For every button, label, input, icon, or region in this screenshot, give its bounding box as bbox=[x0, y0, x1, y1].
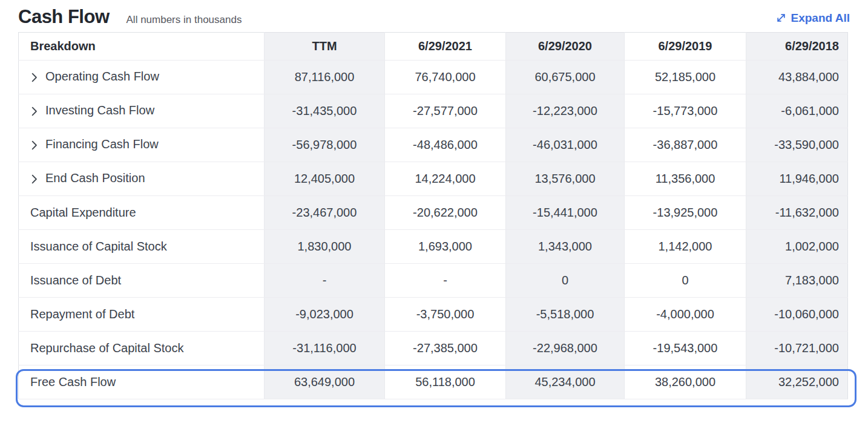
column-header-period: TTM bbox=[265, 33, 385, 61]
row-label-cell: Free Cash Flow bbox=[19, 365, 265, 399]
chevron-right-icon bbox=[30, 106, 38, 116]
table-row: Issuance of Debt--007,183,000 bbox=[19, 264, 848, 298]
row-label-cell: Repayment of Debt bbox=[19, 298, 265, 332]
table-row: Operating Cash Flow87,116,00076,740,0006… bbox=[19, 61, 848, 94]
value-cell: 0 bbox=[506, 264, 625, 298]
value-cell: -19,543,000 bbox=[625, 332, 746, 365]
value-cell: 11,356,000 bbox=[625, 162, 746, 196]
expand-diagonal-icon bbox=[776, 13, 786, 23]
value-cell: -20,622,000 bbox=[385, 196, 506, 230]
value-cell: 32,252,000 bbox=[746, 365, 848, 399]
value-cell: -10,721,000 bbox=[746, 332, 848, 365]
table-row: Capital Expenditure-23,467,000-20,622,00… bbox=[19, 196, 848, 230]
value-cell: -27,385,000 bbox=[385, 332, 506, 365]
value-cell: 7,183,000 bbox=[746, 264, 848, 298]
table-row: Issuance of Capital Stock1,830,0001,693,… bbox=[19, 230, 848, 264]
value-cell: -46,031,000 bbox=[506, 128, 625, 162]
table-row-highlighted: Free Cash Flow63,649,00056,118,00045,234… bbox=[19, 365, 848, 399]
value-cell: - bbox=[265, 264, 385, 298]
column-header-period: 6/29/2021 bbox=[385, 33, 506, 61]
value-cell: 14,224,000 bbox=[385, 162, 506, 196]
cash-flow-table: BreakdownTTM6/29/20216/29/20206/29/20196… bbox=[18, 32, 848, 399]
value-cell: -22,968,000 bbox=[506, 332, 625, 365]
value-cell: 1,830,000 bbox=[265, 230, 385, 264]
value-cell: -11,632,000 bbox=[746, 196, 848, 230]
value-cell: -31,116,000 bbox=[265, 332, 385, 365]
value-cell: 1,343,000 bbox=[506, 230, 625, 264]
value-cell: 0 bbox=[625, 264, 746, 298]
table-row: Repayment of Debt-9,023,000-3,750,000-5,… bbox=[19, 298, 848, 332]
column-header-period: 6/29/2018 bbox=[746, 33, 848, 61]
value-cell: 12,405,000 bbox=[265, 162, 385, 196]
table-row: Investing Cash Flow-31,435,000-27,577,00… bbox=[19, 94, 848, 128]
value-cell: -36,887,000 bbox=[625, 128, 746, 162]
column-header-breakdown: Breakdown bbox=[19, 33, 265, 61]
value-cell: -9,023,000 bbox=[265, 298, 385, 332]
chevron-right-icon bbox=[30, 174, 38, 184]
expand-all-label: Expand All bbox=[791, 11, 850, 25]
chevron-right-icon bbox=[30, 140, 38, 150]
expand-all-button[interactable]: Expand All bbox=[776, 11, 850, 25]
table-row: Repurchase of Capital Stock-31,116,000-2… bbox=[19, 332, 848, 365]
row-label: Issuance of Capital Stock bbox=[30, 240, 167, 254]
cash-flow-table-container: BreakdownTTM6/29/20216/29/20206/29/20196… bbox=[18, 32, 850, 399]
row-label: Repurchase of Capital Stock bbox=[30, 341, 183, 355]
value-cell: 60,675,000 bbox=[506, 61, 625, 94]
row-label-cell[interactable]: Operating Cash Flow bbox=[19, 61, 265, 94]
row-label: End Cash Position bbox=[45, 171, 145, 185]
row-label: Capital Expenditure bbox=[30, 206, 136, 220]
value-cell: -3,750,000 bbox=[385, 298, 506, 332]
cash-flow-page: Cash Flow All numbers in thousands Expan… bbox=[0, 0, 868, 426]
value-cell: -6,061,000 bbox=[746, 94, 848, 128]
page-title: Cash Flow bbox=[18, 6, 110, 28]
value-cell: 56,118,000 bbox=[385, 365, 506, 399]
column-header-period: 6/29/2020 bbox=[506, 33, 625, 61]
value-cell: -10,060,000 bbox=[746, 298, 848, 332]
value-cell: 45,234,000 bbox=[506, 365, 625, 399]
value-cell: -23,467,000 bbox=[265, 196, 385, 230]
units-note: All numbers in thousands bbox=[127, 14, 242, 26]
row-label-cell: Issuance of Debt bbox=[19, 264, 265, 298]
value-cell: 63,649,000 bbox=[265, 365, 385, 399]
column-header-period: 6/29/2019 bbox=[625, 33, 746, 61]
row-label-cell: Repurchase of Capital Stock bbox=[19, 332, 265, 365]
value-cell: 11,946,000 bbox=[746, 162, 848, 196]
value-cell: -13,925,000 bbox=[625, 196, 746, 230]
value-cell: -48,486,000 bbox=[385, 128, 506, 162]
page-header: Cash Flow All numbers in thousands Expan… bbox=[0, 0, 868, 32]
row-label: Financing Cash Flow bbox=[45, 137, 159, 151]
value-cell: -15,773,000 bbox=[625, 94, 746, 128]
table-row: Financing Cash Flow-56,978,000-48,486,00… bbox=[19, 128, 848, 162]
value-cell: 1,142,000 bbox=[625, 230, 746, 264]
row-label: Free Cash Flow bbox=[30, 375, 116, 389]
value-cell: 1,693,000 bbox=[385, 230, 506, 264]
value-cell: -56,978,000 bbox=[265, 128, 385, 162]
row-label-cell[interactable]: End Cash Position bbox=[19, 162, 265, 196]
row-label-cell: Capital Expenditure bbox=[19, 196, 265, 230]
value-cell: 13,576,000 bbox=[506, 162, 625, 196]
row-label: Issuance of Debt bbox=[30, 274, 121, 287]
row-label: Operating Cash Flow bbox=[45, 70, 159, 84]
value-cell: 76,740,000 bbox=[385, 61, 506, 94]
row-label-cell[interactable]: Financing Cash Flow bbox=[19, 128, 265, 162]
table-row: End Cash Position12,405,00014,224,00013,… bbox=[19, 162, 848, 196]
value-cell: 52,185,000 bbox=[625, 61, 746, 94]
row-label-cell: Issuance of Capital Stock bbox=[19, 230, 265, 264]
value-cell: 87,116,000 bbox=[265, 61, 385, 94]
chevron-right-icon bbox=[30, 73, 38, 82]
value-cell: - bbox=[385, 264, 506, 298]
table-body: Operating Cash Flow87,116,00076,740,0006… bbox=[19, 61, 848, 399]
value-cell: -33,590,000 bbox=[746, 128, 848, 162]
value-cell: 1,002,000 bbox=[746, 230, 848, 264]
table-header-row: BreakdownTTM6/29/20216/29/20206/29/20196… bbox=[19, 33, 848, 61]
value-cell: 38,260,000 bbox=[625, 365, 746, 399]
value-cell: -4,000,000 bbox=[625, 298, 746, 332]
value-cell: -31,435,000 bbox=[265, 94, 385, 128]
value-cell: -27,577,000 bbox=[385, 94, 506, 128]
value-cell: 43,884,000 bbox=[746, 61, 848, 94]
row-label-cell[interactable]: Investing Cash Flow bbox=[19, 94, 265, 128]
row-label: Investing Cash Flow bbox=[45, 103, 154, 117]
value-cell: -5,518,000 bbox=[506, 298, 625, 332]
row-label: Repayment of Debt bbox=[30, 307, 134, 321]
value-cell: -12,223,000 bbox=[506, 94, 625, 128]
